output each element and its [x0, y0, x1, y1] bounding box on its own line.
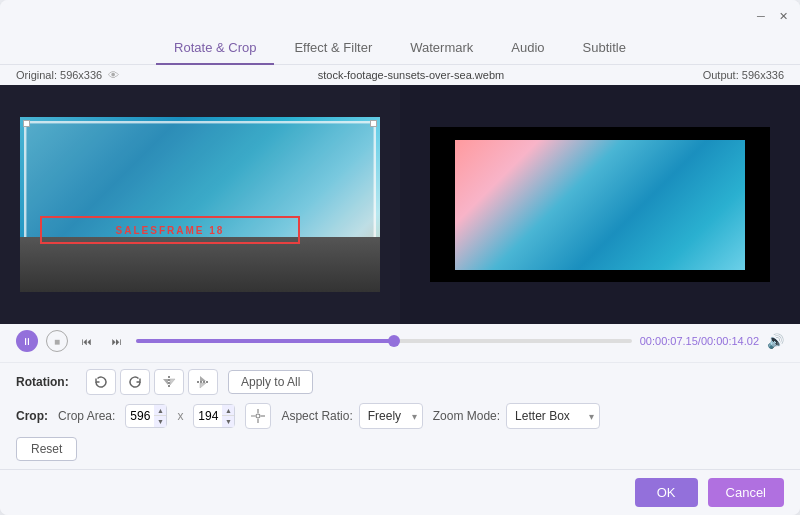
progress-thumb [388, 335, 400, 347]
video-overlay-gray [20, 237, 380, 292]
crop-x-separator: x [177, 409, 183, 423]
video-preview-right [430, 127, 770, 282]
close-button[interactable]: ✕ [776, 9, 790, 23]
crop-height-up[interactable]: ▲ [222, 405, 234, 416]
crop-width-up[interactable]: ▲ [154, 405, 166, 416]
tabs-bar: Rotate & Crop Effect & Filter Watermark … [0, 32, 800, 65]
svg-point-2 [256, 414, 260, 418]
crop-label: Crop: [16, 409, 48, 423]
tab-effect-filter[interactable]: Effect & Filter [276, 32, 390, 65]
rotate-left-button[interactable] [86, 369, 116, 395]
playback-controls: ⏸ ■ ⏮ ⏭ 00:00:07.15/00:00:14.02 🔊 [16, 330, 784, 352]
rotation-label: Rotation: [16, 375, 76, 389]
crop-width-spinners: ▲ ▼ [154, 405, 166, 427]
crop-row: Crop: Crop Area: ▲ ▼ x ▲ ▼ [16, 403, 784, 429]
playback-controls-area: ⏸ ■ ⏮ ⏭ 00:00:07.15/00:00:14.02 🔊 [0, 324, 800, 362]
aspect-ratio-select[interactable]: Freely 16:9 4:3 1:1 [359, 403, 423, 429]
progress-bar[interactable] [136, 339, 632, 343]
reset-row: Reset [16, 437, 784, 461]
crop-height-input-wrap: ▲ ▼ [193, 404, 235, 428]
footer: OK Cancel [0, 469, 800, 515]
ok-button[interactable]: OK [635, 478, 698, 507]
crop-height-down[interactable]: ▼ [222, 416, 234, 427]
zoom-mode-select-wrap: Letter Box Pan & Scan Full [506, 403, 600, 429]
title-bar: ─ ✕ [0, 0, 800, 32]
prev-button[interactable]: ⏮ [76, 330, 98, 352]
rotate-right-button[interactable] [120, 369, 150, 395]
watermark-box: SALESFRAME 18 [40, 216, 300, 244]
flip-vertical-button[interactable] [188, 369, 218, 395]
tab-rotate-crop[interactable]: Rotate & Crop [156, 32, 274, 65]
video-background: SALESFRAME 18 [20, 117, 380, 292]
original-size: Original: 596x336 [16, 69, 102, 81]
bottom-controls: Rotation: [0, 362, 800, 469]
eye-icon[interactable]: 👁 [108, 69, 119, 81]
next-button[interactable]: ⏭ [106, 330, 128, 352]
video-output-content [455, 140, 745, 270]
main-window: ─ ✕ Rotate & Crop Effect & Filter Waterm… [0, 0, 800, 515]
preview-left: SALESFRAME 18 [0, 85, 400, 324]
rotation-row: Rotation: [16, 369, 784, 395]
minimize-button[interactable]: ─ [754, 9, 768, 23]
crop-handle-tl[interactable] [23, 120, 30, 127]
volume-icon[interactable]: 🔊 [767, 333, 784, 349]
tab-audio[interactable]: Audio [493, 32, 562, 65]
output-size: Output: 596x336 [703, 69, 784, 81]
tab-subtitle[interactable]: Subtitle [565, 32, 644, 65]
zoom-mode-label: Zoom Mode: [433, 409, 500, 423]
info-bar: Original: 596x336 👁 stock-footage-sunset… [0, 65, 800, 85]
reset-button[interactable]: Reset [16, 437, 77, 461]
time-display: 00:00:07.15/00:00:14.02 [640, 335, 759, 347]
preview-area: SALESFRAME 18 [0, 85, 800, 324]
aspect-ratio-group: Aspect Ratio: Freely 16:9 4:3 1:1 [281, 403, 422, 429]
center-crop-button[interactable] [245, 403, 271, 429]
flip-horizontal-button[interactable] [154, 369, 184, 395]
progress-fill [136, 339, 394, 343]
tab-watermark[interactable]: Watermark [392, 32, 491, 65]
play-pause-button[interactable]: ⏸ [16, 330, 38, 352]
zoom-mode-select[interactable]: Letter Box Pan & Scan Full [506, 403, 600, 429]
crop-handle-tr[interactable] [370, 120, 377, 127]
stop-button[interactable]: ■ [46, 330, 68, 352]
rotation-buttons [86, 369, 218, 395]
crop-width-down[interactable]: ▼ [154, 416, 166, 427]
apply-all-button[interactable]: Apply to All [228, 370, 313, 394]
crop-height-spinners: ▲ ▼ [222, 405, 234, 427]
video-preview-left: SALESFRAME 18 [20, 117, 380, 292]
aspect-ratio-select-wrap: Freely 16:9 4:3 1:1 [359, 403, 423, 429]
preview-right [400, 85, 800, 324]
filename-label: stock-footage-sunsets-over-sea.webm [119, 69, 702, 81]
zoom-mode-group: Zoom Mode: Letter Box Pan & Scan Full [433, 403, 600, 429]
crop-area-label: Crop Area: [58, 409, 115, 423]
crop-width-input-wrap: ▲ ▼ [125, 404, 167, 428]
aspect-ratio-label: Aspect Ratio: [281, 409, 352, 423]
cancel-button[interactable]: Cancel [708, 478, 784, 507]
